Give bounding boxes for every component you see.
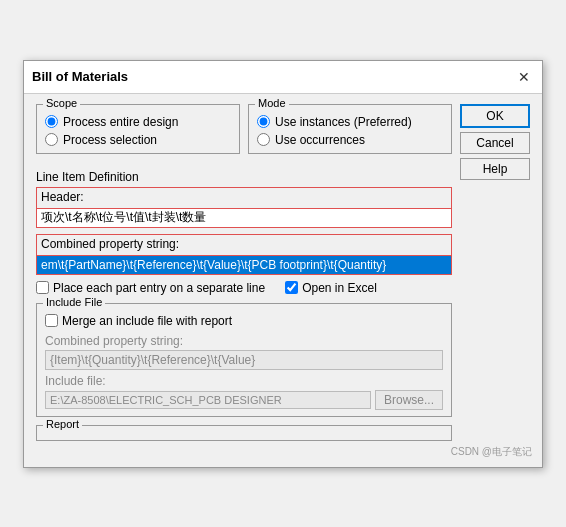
- header-label: Header:: [37, 188, 451, 206]
- browse-button: Browse...: [375, 390, 443, 410]
- open-excel-checkbox-label[interactable]: Open in Excel: [285, 281, 377, 295]
- mode-label: Mode: [255, 97, 289, 109]
- separate-line-label: Place each part entry on a separate line: [53, 281, 265, 295]
- header-input[interactable]: [37, 208, 451, 227]
- scope-option-entire[interactable]: Process entire design: [45, 115, 231, 129]
- mode-group: Mode Use instances (Preferred) Use occur…: [248, 104, 452, 154]
- scope-option-entire-label: Process entire design: [63, 115, 178, 129]
- combined-section: Combined property string:: [36, 234, 452, 275]
- inc-file-label: Include file:: [45, 374, 443, 388]
- inc-combined-label: Combined property string:: [45, 334, 443, 348]
- browse-row: Browse...: [45, 390, 443, 410]
- scope-radio-entire[interactable]: [45, 115, 58, 128]
- scope-group: Scope Process entire design Process sele…: [36, 104, 240, 154]
- ok-button[interactable]: OK: [460, 104, 530, 128]
- combined-label: Combined property string:: [37, 235, 451, 253]
- open-excel-label: Open in Excel: [302, 281, 377, 295]
- line-item-title: Line Item Definition: [36, 170, 452, 184]
- mode-radio-group: Use instances (Preferred) Use occurrence…: [257, 115, 443, 147]
- scope-radio-selection[interactable]: [45, 133, 58, 146]
- scope-option-selection-label: Process selection: [63, 133, 157, 147]
- right-panel: OK Cancel Help: [460, 104, 530, 441]
- include-file-group: Include File Merge an include file with …: [36, 303, 452, 417]
- merge-checkbox-row[interactable]: Merge an include file with report: [45, 314, 443, 328]
- scope-radio-group: Process entire design Process selection: [45, 115, 231, 147]
- line-item-definition: Line Item Definition Header: Combined pr…: [36, 170, 452, 275]
- report-group: Report: [36, 425, 452, 441]
- scope-label: Scope: [43, 97, 80, 109]
- open-excel-checkbox[interactable]: [285, 281, 298, 294]
- help-button[interactable]: Help: [460, 158, 530, 180]
- report-label: Report: [43, 418, 82, 430]
- watermark: CSDN @电子笔记: [451, 445, 532, 459]
- header-section: Header:: [36, 187, 452, 228]
- cancel-button[interactable]: Cancel: [460, 132, 530, 154]
- left-panel: Scope Process entire design Process sele…: [36, 104, 452, 441]
- combined-input[interactable]: [37, 255, 451, 274]
- close-button[interactable]: ✕: [514, 67, 534, 87]
- mode-option-instances-label: Use instances (Preferred): [275, 115, 412, 129]
- separate-line-checkbox[interactable]: [36, 281, 49, 294]
- merge-checkbox[interactable]: [45, 314, 58, 327]
- mode-radio-occurrences[interactable]: [257, 133, 270, 146]
- scope-option-selection[interactable]: Process selection: [45, 133, 231, 147]
- mode-option-occurrences-label: Use occurrences: [275, 133, 365, 147]
- mode-option-occurrences[interactable]: Use occurrences: [257, 133, 443, 147]
- title-bar: Bill of Materials ✕: [24, 61, 542, 94]
- dialog-title: Bill of Materials: [32, 69, 128, 84]
- merge-label: Merge an include file with report: [62, 314, 232, 328]
- dialog-body: Scope Process entire design Process sele…: [24, 94, 542, 451]
- separate-line-checkbox-label[interactable]: Place each part entry on a separate line: [36, 281, 265, 295]
- mode-radio-instances[interactable]: [257, 115, 270, 128]
- checkboxes-row: Place each part entry on a separate line…: [36, 281, 452, 295]
- inc-combined-input: [45, 350, 443, 370]
- inc-file-input: [45, 391, 371, 409]
- scope-mode-row: Scope Process entire design Process sele…: [36, 104, 452, 162]
- mode-option-instances[interactable]: Use instances (Preferred): [257, 115, 443, 129]
- include-file-label: Include File: [43, 296, 105, 308]
- bill-of-materials-dialog: Bill of Materials ✕ Scope Process entire…: [23, 60, 543, 468]
